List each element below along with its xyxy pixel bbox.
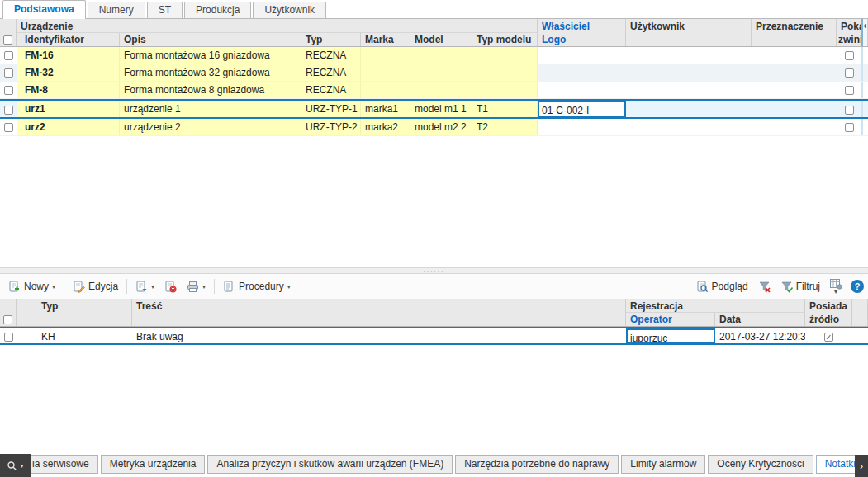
toolbar-right-group: Podgląd Filtruj ▾ ? xyxy=(692,277,864,296)
cell-marka: marka2 xyxy=(361,119,410,135)
source-checkbox-checked[interactable]: ✓ xyxy=(824,333,833,342)
bottom-tab-notatki[interactable]: Notatki xyxy=(816,455,855,474)
column-tresc[interactable]: Treść xyxy=(132,299,626,313)
cell-opis: Forma montażowa 32 gniazdowa xyxy=(120,64,301,81)
column-opis[interactable]: Opis xyxy=(120,33,301,46)
select-all-checkbox[interactable] xyxy=(3,35,12,45)
tab-podstawowa[interactable]: Podstawowa xyxy=(2,0,86,19)
column-operator[interactable]: Operator xyxy=(626,313,715,326)
cell-logo-selected[interactable]: 01-C-002-I xyxy=(538,101,626,117)
scroll-edge xyxy=(861,33,868,46)
device-row[interactable]: urz2 urządzenie 2 URZ-TYP-2 marka2 model… xyxy=(0,119,868,136)
tab-st[interactable]: ST xyxy=(147,2,183,18)
column-uzytkownik[interactable]: Użytkownik xyxy=(626,19,752,33)
tab-numery[interactable]: Numery xyxy=(88,2,145,18)
bottom-search-box[interactable]: ▾ xyxy=(0,454,31,477)
tab-uzytkownik[interactable]: Użytkownik xyxy=(253,2,326,18)
column-logo[interactable]: Logo xyxy=(538,33,626,46)
column-wlasciciel[interactable]: Właściciel xyxy=(538,19,626,33)
bottom-tab-narzedzia[interactable]: Narzędzia potrzebne do naprawy xyxy=(455,455,619,474)
new-button[interactable]: Nowy ▾ xyxy=(4,278,59,295)
notes-toolbar: Nowy ▾ Edycja ▾ ▾ Procedury ▾ xyxy=(0,274,868,299)
toolbar-separator xyxy=(126,279,127,294)
cell-model: model m1 1 xyxy=(410,101,472,117)
select-all-cell xyxy=(0,33,17,46)
grid-settings-button[interactable]: ▾ xyxy=(826,277,846,296)
filter-button[interactable]: Filtruj xyxy=(776,278,824,295)
cell-opis: urządzenie 1 xyxy=(120,101,301,117)
collapse-checkbox[interactable] xyxy=(845,106,854,115)
column-pokaz[interactable]: Pokaż xyxy=(837,19,861,33)
note-row-selected[interactable]: KH Brak uwag juporzuc 2017-03-27 12:20:3… xyxy=(0,327,868,345)
chevron-down-icon[interactable]: ▾ xyxy=(834,288,837,295)
device-row[interactable]: FM-32 Forma montażowa 32 gniazdowa RECZN… xyxy=(0,64,868,82)
scroll-edge xyxy=(861,82,868,98)
collapse-checkbox[interactable] xyxy=(845,86,854,95)
column-identyfikator[interactable]: Identyfikator xyxy=(17,33,120,46)
column-przeznaczenie[interactable]: Przeznaczenie xyxy=(752,19,837,33)
filter-button-label: Filtruj xyxy=(796,281,820,292)
scroll-left-icon[interactable]: ‹ xyxy=(861,19,868,33)
collapse-checkbox[interactable] xyxy=(845,68,854,78)
chevron-down-icon: ▾ xyxy=(52,283,55,290)
clear-filter-button[interactable] xyxy=(754,278,775,295)
horizontal-splitter[interactable]: ······ xyxy=(0,267,868,274)
column-model[interactable]: Model xyxy=(410,33,472,46)
cell-identyfikator: FM-16 xyxy=(17,47,120,64)
row-checkbox[interactable] xyxy=(4,106,13,115)
row-checkbox[interactable] xyxy=(4,123,13,132)
device-row-selected[interactable]: urz1 urządzenie 1 URZ-TYP-1 marka1 model… xyxy=(0,99,868,119)
cell-uzytkownik xyxy=(626,47,752,64)
bottom-tab-oceny[interactable]: Oceny Krytyczności xyxy=(708,455,813,474)
edit-button-label: Edycja xyxy=(88,281,118,292)
document-icon xyxy=(135,281,148,293)
notes-grid-header: Typ Treść Rejestracja Posiada Operator D… xyxy=(0,299,868,327)
cell-marka xyxy=(361,82,410,98)
column-marka[interactable]: Marka xyxy=(361,33,410,46)
bottom-tab-fmea[interactable]: Analiza przyczyn i skutków awarii urządz… xyxy=(207,455,453,474)
edit-icon xyxy=(73,281,85,293)
collapse-checkbox[interactable] xyxy=(845,51,854,60)
document-actions-button[interactable]: ▾ xyxy=(131,278,159,295)
print-button[interactable]: ▾ xyxy=(183,278,210,295)
row-checkbox[interactable] xyxy=(4,86,13,95)
tab-produkcja[interactable]: Produkcja xyxy=(184,2,251,18)
preview-button-label: Podgląd xyxy=(712,281,748,292)
procedures-button[interactable]: Procedury ▾ xyxy=(219,278,295,295)
column-uzytkownik-sub xyxy=(626,33,752,46)
cell-operator-selected[interactable]: juporzuc xyxy=(626,328,715,343)
column-group-urzadzenie[interactable]: Urządzenie xyxy=(17,19,538,33)
column-data[interactable]: Data xyxy=(715,313,805,326)
cell-typ-modelu xyxy=(472,64,538,81)
collapse-checkbox[interactable] xyxy=(845,123,854,132)
bottom-tab-serwisowe[interactable]: ia serwisowe xyxy=(31,455,98,474)
preview-button[interactable]: Podgląd xyxy=(692,278,752,295)
collapse-checkbox-cell xyxy=(837,101,861,117)
bottom-tab-metryka[interactable]: Metryka urządzenia xyxy=(101,455,206,474)
cell-marka xyxy=(361,64,410,81)
scroll-edge xyxy=(861,64,868,81)
row-checkbox[interactable] xyxy=(4,51,13,60)
help-icon[interactable]: ? xyxy=(851,280,864,293)
column-zrodlo[interactable]: źródło xyxy=(805,313,852,326)
column-typ[interactable]: Typ xyxy=(17,299,132,313)
row-checkbox[interactable] xyxy=(4,68,13,78)
source-checkbox-cell: ✓ xyxy=(805,328,852,343)
column-typ-modelu[interactable]: Typ modelu xyxy=(472,33,538,46)
column-posiada[interactable]: Posiada xyxy=(805,299,852,313)
bottom-tabs-scroll-right[interactable]: › xyxy=(855,455,868,477)
bottom-tab-limity[interactable]: Limity alarmów xyxy=(621,455,705,474)
row-checkbox[interactable] xyxy=(4,333,13,342)
column-zwiniete[interactable]: zwinięte xyxy=(837,33,861,46)
column-group-rejestracja[interactable]: Rejestracja xyxy=(626,299,805,313)
edit-button[interactable]: Edycja xyxy=(69,278,122,295)
delete-button[interactable] xyxy=(160,278,181,295)
scroll-edge xyxy=(861,47,868,64)
cell-uzytkownik xyxy=(626,119,752,135)
select-all-checkbox[interactable] xyxy=(3,315,12,324)
device-row[interactable]: FM-16 Forma montażowa 16 gniazdowa RECZN… xyxy=(0,47,868,64)
column-typ[interactable]: Typ xyxy=(301,33,361,46)
header-filler xyxy=(852,313,868,326)
device-row[interactable]: FM-8 Forma montażowa 8 gniazdowa RECZNA xyxy=(0,82,868,99)
cell-model: model m2 2 xyxy=(410,119,472,135)
